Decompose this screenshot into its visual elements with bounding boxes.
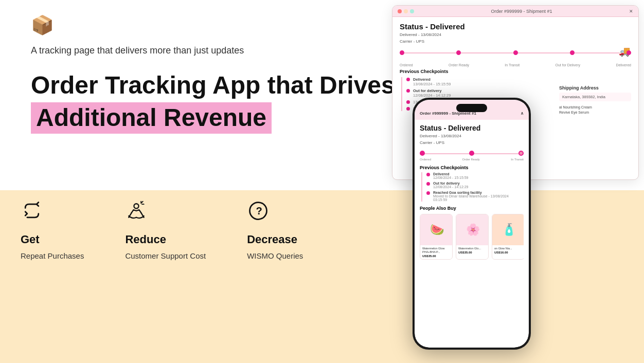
- features-section: Get Repeat Purchases Reduce Customer Sup…: [21, 199, 303, 261]
- desktop-close: ✕: [629, 9, 633, 14]
- feature-decrease-action: Decrease: [247, 233, 297, 246]
- repeat-icon: [21, 199, 43, 227]
- feature-decrease: ? Decrease WISMO Queries: [247, 199, 303, 261]
- cp-dot-2: [406, 89, 410, 93]
- window-dots: [398, 9, 414, 13]
- phone-cp-1: Delivered 12/08/2024 - 15:15:59: [426, 172, 524, 179]
- app-logo: 📦: [31, 14, 54, 36]
- pab-title: People Also Buy: [420, 206, 524, 211]
- product-2: Revive Eye Serum: [559, 111, 631, 114]
- svg-line-3: [141, 202, 143, 203]
- dot-green: [410, 9, 414, 13]
- phone-carrier: Carrier - UPS: [420, 140, 444, 145]
- shipping-title: Shipping Address: [559, 85, 631, 90]
- phone-info: Delivered - 13/08/2024 Carrier - UPS: [420, 133, 524, 147]
- phone-track-labels: Ordered Order Ready In Transit: [420, 158, 524, 161]
- phone-track-3: [518, 151, 524, 156]
- track-labels: Ordered Order Ready In Transit Out for D…: [400, 63, 631, 67]
- desktop-delivered-date: Delivered - 13/08/2024: [400, 32, 441, 37]
- cp-dot-3: [406, 100, 410, 104]
- feature-repeat: Get Repeat Purchases: [21, 199, 84, 261]
- pab-img-2: 🌸: [456, 214, 489, 245]
- track-ordered: [400, 50, 404, 55]
- phone-status: Status - Delivered: [420, 124, 524, 132]
- phone-screen: Order #999999 - Shipment #1 ∧ Status - D…: [415, 100, 529, 348]
- phone-track-2: [469, 151, 474, 156]
- question-icon: ?: [247, 199, 270, 227]
- pab-img-3: 🧴: [492, 214, 524, 245]
- desktop-titlebar: Order #999999 - Shipment #1 ✕: [392, 6, 638, 17]
- desktop-title: Order #999999 - Shipment #1: [491, 9, 552, 14]
- cp-content-1: Delivered 13/08/2024 - 15:15:59: [413, 77, 451, 86]
- heading-line2-highlighted: Additional Revenue: [31, 102, 272, 134]
- phone-cp-dot-2: [426, 182, 430, 186]
- dot-yellow: [404, 9, 408, 13]
- checkpoints-title: Previous Checkpoints: [400, 69, 631, 74]
- phone-notch: [456, 104, 487, 112]
- phone-mockup: Order #999999 - Shipment #1 ∧ Status - D…: [413, 98, 531, 350]
- phone-body: Status - Delivered Delivered - 13/08/202…: [415, 120, 529, 264]
- feature-reduce: Reduce Customer Support Cost: [125, 199, 206, 261]
- desktop-track-bar: [400, 50, 631, 55]
- cp-dot-1: [406, 78, 410, 81]
- phone-cp-text-1: Delivered 12/08/2024 - 15:15:59: [433, 172, 469, 179]
- desktop-carrier: Carrier - UPS: [400, 39, 424, 44]
- desktop-status: Status - Delivered: [400, 22, 631, 31]
- pab-products: 🍉 Watermelon Glow PHA+BHA P... US$35.00 …: [420, 214, 524, 260]
- phone-track-bar: [420, 151, 524, 156]
- logo-icon: 📦: [31, 14, 54, 35]
- pab-img-1: 🍉: [420, 214, 453, 245]
- phone-cp-text-2: Out for delivery 12/08/2024 - 14:12:29: [433, 182, 469, 189]
- cp-content-2: Out for delivery 12/08/2024 - 14:12:29: [413, 88, 451, 98]
- feature-repeat-desc: Repeat Purchases: [21, 250, 84, 261]
- track-transit: [513, 50, 518, 55]
- phone-cp-2: Out for delivery 12/08/2024 - 14:12:29: [426, 182, 524, 189]
- pab-card-2: 🌸 Watermelon Glo... US$35.00: [456, 214, 489, 260]
- feature-reduce-desc: Customer Support Cost: [125, 250, 206, 261]
- dot-red: [398, 9, 402, 13]
- pab-info-1: Watermelon Glow PHA+BHA P... US$35.00: [420, 245, 452, 259]
- shipping-address: Karnataka, 389382, India: [559, 93, 631, 101]
- track-ready: [456, 50, 461, 55]
- track-delivered: [627, 50, 631, 55]
- pab-info-3: on Glow Nia... US$16.00: [492, 245, 524, 256]
- svg-point-0: [134, 204, 139, 208]
- phone-checkpoints-title: Previous Checkpoints: [420, 165, 524, 170]
- desktop-info: Delivered - 13/08/2024 Carrier - UPS: [400, 32, 631, 45]
- feature-repeat-action: Get: [21, 233, 40, 246]
- tagline: A tracking page that delivers more than …: [31, 45, 244, 56]
- product-1: al Nourishing Cream: [559, 105, 631, 109]
- main-heading: Order Tracking App that Drives Additiona…: [31, 72, 395, 134]
- phone-cp-dot-1: [426, 173, 430, 176]
- phone-track-1: [420, 151, 425, 156]
- feature-decrease-desc: WISMO Queries: [247, 250, 303, 261]
- pab-card-3: 🧴 on Glow Nia... US$16.00: [492, 214, 524, 260]
- checkpoint-delivered: Delivered 13/08/2024 - 15:15:59: [406, 77, 631, 86]
- track-out: [570, 50, 575, 55]
- shipping-section: Shipping Address Karnataka, 389382, Indi…: [559, 85, 631, 116]
- handshake-icon: [125, 199, 148, 227]
- heading-line1: Order Tracking App that Drives: [31, 72, 395, 99]
- phone-delivered-date: Delivered - 13/08/2024: [420, 134, 461, 138]
- main-content: 📦 A tracking page that delivers more tha…: [0, 0, 644, 363]
- cp-dot-4: [406, 107, 410, 111]
- pab-card-1: 🍉 Watermelon Glow PHA+BHA P... US$35.00: [420, 214, 453, 260]
- feature-reduce-action: Reduce: [125, 233, 166, 246]
- phone-close-icon: ∧: [521, 111, 524, 116]
- svg-text:?: ?: [256, 205, 262, 216]
- phone-cp-text-3: Reached Goa sorting facility Moved to Di…: [433, 191, 509, 202]
- phone-cp-dot-3: [426, 191, 430, 195]
- pab-info-2: Watermelon Glo... US$35.00: [456, 245, 488, 256]
- phone-cp-3: Reached Goa sorting facility Moved to Di…: [426, 191, 524, 202]
